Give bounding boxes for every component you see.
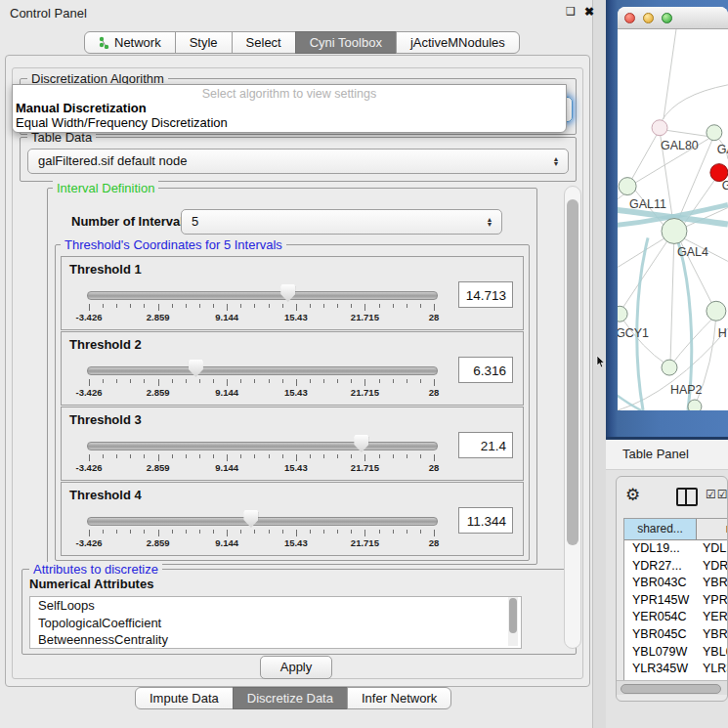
table-cell[interactable]: YDL19...: [624, 540, 697, 558]
table-cell[interactable]: YLR345W: [624, 661, 697, 678]
threshold-value-field[interactable]: 21.4: [458, 432, 513, 458]
tick-label: 28: [411, 537, 456, 548]
network-node-green[interactable]: [618, 306, 627, 321]
tick-mark: [282, 454, 283, 458]
tick-mark: [144, 454, 145, 458]
tick-mark: [364, 379, 365, 386]
table-cell[interactable]: YBR045C: [624, 626, 697, 644]
table-cell[interactable]: YDR2: [697, 558, 728, 576]
network-node-green[interactable]: [619, 178, 636, 195]
table-data-combo[interactable]: galFiltered.sif default node ▲▼: [27, 149, 569, 174]
tick-mark: [144, 530, 145, 534]
table-row[interactable]: YBR045CYBR0: [624, 626, 728, 644]
tab-jactivemnodules[interactable]: jActiveMNodules: [396, 31, 520, 54]
tick-mark: [89, 454, 90, 461]
tick-mark: [364, 530, 365, 536]
zoom-traffic-light-icon[interactable]: [662, 13, 672, 23]
attributes-scrollbar-thumb[interactable]: [509, 598, 517, 633]
tick-mark: [310, 304, 311, 308]
network-node-green[interactable]: [662, 360, 677, 375]
minimize-traffic-light-icon[interactable]: [643, 13, 654, 23]
tick-mark: [351, 304, 352, 308]
table-row[interactable]: YDL19...YDL1: [624, 540, 728, 558]
threshold-label: Threshold 2: [69, 337, 142, 352]
table-row[interactable]: YBR043CYBR0: [624, 575, 728, 592]
tick-mark: [213, 379, 214, 383]
tick-mark: [393, 530, 394, 534]
dropdown-hint: Select algorithm to view settings: [13, 87, 566, 101]
slider-track[interactable]: [87, 517, 438, 526]
num-intervals-combo[interactable]: 5 ▲▼: [181, 209, 502, 235]
network-node-green[interactable]: [707, 125, 722, 141]
slider-track[interactable]: [87, 291, 438, 300]
tick-mark: [130, 304, 131, 308]
table-row[interactable]: YPR145WYPR1: [624, 592, 728, 610]
numerical-attributes-list[interactable]: SelfLoopsTopologicalCoefficientBetweenne…: [29, 596, 522, 649]
attribute-item[interactable]: SelfLoops: [30, 597, 521, 615]
table-hscrollbar-track[interactable]: [617, 680, 727, 695]
network-canvas[interactable]: GAL80GAGGAL11GAL4GCY1HHAP2: [618, 29, 728, 410]
table-cell[interactable]: YPR145W: [624, 592, 697, 610]
tick-mark: [323, 454, 324, 458]
panel-scrollbar-thumb[interactable]: [567, 199, 578, 545]
tab-impute-data[interactable]: Impute Data: [135, 687, 234, 709]
network-node-green[interactable]: [707, 301, 726, 321]
gear-icon[interactable]: ⚙: [625, 485, 640, 505]
table-cell[interactable]: YBL079W: [624, 644, 697, 662]
network-node-green[interactable]: [662, 219, 687, 244]
tick-mark: [116, 379, 117, 383]
table-cell[interactable]: YBR0: [697, 626, 728, 644]
network-node-pink[interactable]: [652, 120, 667, 136]
attribute-item[interactable]: BetweennessCentrality: [30, 631, 521, 649]
table-cell[interactable]: YLR3: [697, 661, 728, 678]
stepper-icon[interactable]: ▲▼: [485, 217, 494, 227]
network-edge-highlighted: [618, 387, 641, 410]
checkbox-pair-icon[interactable]: ☑☑: [706, 488, 728, 501]
tab-select[interactable]: Select: [232, 31, 296, 54]
table-row[interactable]: YER054CYER0: [624, 609, 728, 626]
tick-mark: [116, 454, 117, 458]
tab-style[interactable]: Style: [175, 31, 233, 54]
tick-label: 9.144: [204, 387, 249, 398]
close-traffic-light-icon[interactable]: [624, 13, 635, 23]
tick-mark: [227, 454, 228, 461]
attribute-item[interactable]: TopologicalCoefficient: [30, 615, 521, 632]
header-name[interactable]: na: [697, 519, 728, 540]
table-row[interactable]: YLR345WYLR3: [624, 661, 728, 678]
tick-mark: [407, 454, 407, 458]
table-hscrollbar-thumb[interactable]: [621, 684, 721, 694]
float-window-icon[interactable]: ❑: [566, 5, 576, 18]
dropdown-item-manual[interactable]: Manual Discretization: [16, 101, 147, 115]
dropdown-item-equal-width[interactable]: Equal Width/Frequency Discretization: [16, 115, 228, 130]
tab-network[interactable]: Network: [84, 31, 176, 54]
table-row[interactable]: YBL079WYBL0: [624, 644, 728, 662]
table-cell[interactable]: YER054C: [624, 609, 697, 626]
thresholds-group-title: Threshold's Coordinates for 5 Intervals: [61, 237, 286, 252]
tab-infer-network[interactable]: Infer Network: [347, 687, 451, 709]
threshold-value-field[interactable]: 11.344: [458, 507, 513, 534]
header-shared-name[interactable]: shared...: [624, 519, 697, 540]
column-layout-icon[interactable]: [676, 488, 698, 506]
stepper-icon[interactable]: ▲▼: [551, 156, 561, 166]
table-cell[interactable]: YPR1: [697, 592, 728, 610]
table-cell[interactable]: YBR043C: [624, 575, 697, 592]
network-window-titlebar[interactable]: [618, 7, 728, 29]
close-window-icon[interactable]: ✖: [584, 5, 594, 19]
apply-button[interactable]: Apply: [260, 656, 332, 679]
table-cell[interactable]: YBR0: [697, 575, 728, 592]
table-cell[interactable]: YBL0: [697, 644, 728, 662]
slider-track[interactable]: [87, 442, 438, 450]
threshold-value-field[interactable]: 6.316: [458, 357, 513, 383]
tick-mark: [434, 304, 435, 311]
table-cell[interactable]: YER0: [697, 609, 728, 626]
threshold-label: Threshold 4: [69, 488, 142, 502]
tab-cyni-toolbox[interactable]: Cyni Toolbox: [295, 31, 397, 54]
slider-track[interactable]: [87, 366, 438, 375]
table-cell[interactable]: YDR27...: [624, 558, 697, 576]
table-row[interactable]: YDR27...YDR2: [624, 558, 728, 576]
tick-label: 2.859: [136, 312, 181, 322]
tab-discretize-data[interactable]: Discretize Data: [233, 687, 348, 709]
network-node-green[interactable]: [688, 400, 702, 410]
table-cell[interactable]: YDL1: [697, 540, 728, 558]
threshold-value-field[interactable]: 14.713: [458, 281, 513, 308]
